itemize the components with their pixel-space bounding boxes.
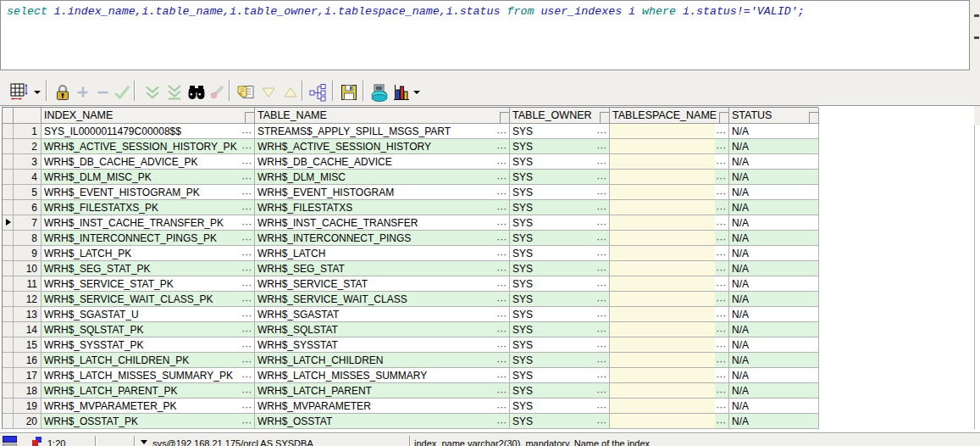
cell-ellipsis-button[interactable]: ··· bbox=[242, 401, 252, 414]
sort-ascending-icon[interactable] bbox=[280, 82, 301, 103]
cell-table-owner[interactable]: SYS··· bbox=[510, 170, 610, 185]
cell-ellipsis-button[interactable]: ··· bbox=[242, 203, 252, 215]
cell-table-owner[interactable]: SYS··· bbox=[510, 139, 610, 154]
cell-table-owner[interactable]: SYS··· bbox=[510, 154, 610, 170]
cell-tablespace-name[interactable]: ··· bbox=[610, 139, 729, 154]
cell-ellipsis-button[interactable]: ··· bbox=[497, 355, 507, 368]
cell-ellipsis-button[interactable]: ··· bbox=[242, 172, 252, 185]
cell-tablespace-name[interactable]: ··· bbox=[610, 307, 729, 322]
cell-table-name[interactable]: WRH$_LATCH_MISSES_SUMMARY··· bbox=[255, 368, 510, 383]
cell-status[interactable]: N/A bbox=[729, 200, 819, 215]
sort-button[interactable] bbox=[809, 112, 818, 123]
cell-index-name[interactable]: WRH$_SQLSTAT_PK··· bbox=[42, 322, 255, 337]
cell-ellipsis-button[interactable]: ··· bbox=[597, 279, 607, 292]
cell-index-name[interactable]: WRH$_SYSSTAT_PK··· bbox=[42, 337, 255, 353]
cell-table-name[interactable]: WRH$_LATCH_CHILDREN··· bbox=[255, 353, 510, 368]
cell-table-name[interactable]: WRH$_LATCH··· bbox=[255, 246, 510, 261]
cell-index-name[interactable]: WRH$_SERVICE_WAIT_CLASS_PK··· bbox=[42, 292, 255, 307]
cell-ellipsis-button[interactable]: ··· bbox=[242, 294, 252, 307]
cell-index-name[interactable]: WRH$_OSSTAT_PK··· bbox=[42, 414, 255, 429]
cell-index-name[interactable]: SYS_IL0000011479C00008$$··· bbox=[42, 124, 255, 139]
cell-ellipsis-button[interactable]: ··· bbox=[497, 309, 507, 322]
table-row[interactable]: 20WRH$_OSSTAT_PK···WRH$_OSSTAT···SYS····… bbox=[3, 414, 818, 429]
table-row[interactable]: 4WRH$_DLM_MISC_PK···WRH$_DLM_MISC···SYS·… bbox=[3, 170, 818, 185]
cell-ellipsis-button[interactable]: ··· bbox=[597, 309, 607, 322]
cell-ellipsis-button[interactable]: ··· bbox=[597, 401, 607, 414]
cell-ellipsis-button[interactable]: ··· bbox=[597, 371, 607, 383]
cell-ellipsis-button[interactable]: ··· bbox=[717, 264, 727, 276]
cell-status[interactable]: N/A bbox=[729, 139, 819, 154]
table-row[interactable]: 14WRH$_SQLSTAT_PK···WRH$_SQLSTAT···SYS··… bbox=[3, 322, 818, 337]
cell-index-name[interactable]: WRH$_SEG_STAT_PK··· bbox=[42, 261, 255, 276]
cell-ellipsis-button[interactable]: ··· bbox=[597, 187, 607, 200]
cell-ellipsis-button[interactable]: ··· bbox=[597, 172, 607, 185]
cell-tablespace-name[interactable]: ··· bbox=[610, 185, 729, 200]
cell-tablespace-name[interactable]: ··· bbox=[610, 353, 729, 368]
cell-index-name[interactable]: WRH$_DLM_MISC_PK··· bbox=[42, 170, 255, 185]
cell-table-name[interactable]: WRH$_ACTIVE_SESSION_HISTORY··· bbox=[255, 139, 510, 154]
cell-ellipsis-button[interactable]: ··· bbox=[242, 416, 252, 429]
cell-ellipsis-button[interactable]: ··· bbox=[597, 294, 607, 307]
column-header-status[interactable]: STATUS bbox=[729, 108, 819, 124]
highlight-icon[interactable] bbox=[207, 82, 227, 103]
cell-tablespace-name[interactable]: ··· bbox=[610, 414, 729, 429]
cell-index-name[interactable]: WRH$_EVENT_HISTOGRAM_PK··· bbox=[42, 185, 255, 200]
cell-tablespace-name[interactable]: ··· bbox=[610, 292, 729, 307]
cell-status[interactable]: N/A bbox=[729, 246, 819, 261]
cell-ellipsis-button[interactable]: ··· bbox=[597, 218, 607, 231]
cell-ellipsis-button[interactable]: ··· bbox=[242, 157, 252, 170]
cell-index-name[interactable]: WRH$_LATCH_PARENT_PK··· bbox=[42, 383, 255, 399]
cell-status[interactable]: N/A bbox=[729, 231, 819, 246]
grid-mode-dropdown-icon[interactable] bbox=[34, 91, 42, 95]
cell-table-name[interactable]: WRH$_OSSTAT··· bbox=[255, 414, 510, 429]
cell-ellipsis-button[interactable]: ··· bbox=[242, 386, 252, 399]
cell-ellipsis-button[interactable]: ··· bbox=[597, 325, 607, 337]
cell-status[interactable]: N/A bbox=[729, 353, 819, 368]
cell-tablespace-name[interactable]: ··· bbox=[610, 215, 729, 231]
cell-table-name[interactable]: WRH$_LATCH_PARENT··· bbox=[255, 383, 510, 399]
sort-button[interactable] bbox=[600, 112, 609, 123]
cell-status[interactable]: N/A bbox=[729, 414, 819, 429]
cell-table-owner[interactable]: SYS··· bbox=[510, 185, 610, 200]
cell-index-name[interactable]: WRH$_LATCH_MISSES_SUMMARY_PK··· bbox=[42, 368, 255, 383]
cell-ellipsis-button[interactable]: ··· bbox=[242, 264, 252, 276]
cell-ellipsis-button[interactable]: ··· bbox=[717, 309, 727, 322]
table-row[interactable]: 3WRH$_DB_CACHE_ADVICE_PK···WRH$_DB_CACHE… bbox=[3, 154, 818, 170]
cell-tablespace-name[interactable]: ··· bbox=[610, 154, 729, 170]
cell-table-owner[interactable]: SYS··· bbox=[510, 414, 610, 429]
cell-ellipsis-button[interactable]: ··· bbox=[717, 233, 727, 246]
table-row[interactable]: 7WRH$_INST_CACHE_TRANSFER_PK···WRH$_INST… bbox=[3, 215, 818, 231]
chart-icon[interactable] bbox=[391, 82, 412, 103]
cell-status[interactable]: N/A bbox=[729, 322, 819, 337]
cell-tablespace-name[interactable]: ··· bbox=[610, 246, 729, 261]
cell-status[interactable]: N/A bbox=[729, 337, 819, 353]
sort-button[interactable] bbox=[719, 112, 728, 123]
cell-table-name[interactable]: WRH$_DLM_MISC··· bbox=[255, 170, 510, 185]
cell-table-owner[interactable]: SYS··· bbox=[510, 276, 610, 292]
cell-ellipsis-button[interactable]: ··· bbox=[597, 355, 607, 368]
cell-index-name[interactable]: WRH$_SERVICE_STAT_PK··· bbox=[42, 276, 255, 292]
cell-table-owner[interactable]: SYS··· bbox=[510, 322, 610, 337]
cell-ellipsis-button[interactable]: ··· bbox=[717, 126, 727, 139]
connection-dropdown-icon[interactable] bbox=[141, 440, 148, 445]
cell-ellipsis-button[interactable]: ··· bbox=[497, 218, 507, 231]
cell-ellipsis-button[interactable]: ··· bbox=[717, 355, 727, 368]
cell-tablespace-name[interactable]: ··· bbox=[610, 383, 729, 399]
cell-ellipsis-button[interactable]: ··· bbox=[717, 371, 727, 383]
fetch-all-icon[interactable] bbox=[164, 82, 185, 103]
cell-index-name[interactable]: WRH$_SGASTAT_U··· bbox=[42, 307, 255, 322]
cell-index-name[interactable]: WRH$_INTERCONNECT_PINGS_PK··· bbox=[42, 231, 255, 246]
cell-ellipsis-button[interactable]: ··· bbox=[497, 386, 507, 399]
cell-tablespace-name[interactable]: ··· bbox=[610, 368, 729, 383]
cell-tablespace-name[interactable]: ··· bbox=[610, 200, 729, 215]
cell-ellipsis-button[interactable]: ··· bbox=[242, 309, 252, 322]
cell-table-owner[interactable]: SYS··· bbox=[510, 215, 610, 231]
cell-status[interactable]: N/A bbox=[729, 170, 819, 185]
cell-table-name[interactable]: WRH$_DB_CACHE_ADVICE··· bbox=[255, 154, 510, 170]
cell-table-name[interactable]: WRH$_SQLSTAT··· bbox=[255, 322, 510, 337]
cell-ellipsis-button[interactable]: ··· bbox=[717, 416, 727, 429]
cell-ellipsis-button[interactable]: ··· bbox=[717, 142, 727, 154]
cell-table-name[interactable]: WRH$_SGASTAT··· bbox=[255, 307, 510, 322]
cell-ellipsis-button[interactable]: ··· bbox=[497, 203, 507, 215]
cell-tablespace-name[interactable]: ··· bbox=[610, 261, 729, 276]
